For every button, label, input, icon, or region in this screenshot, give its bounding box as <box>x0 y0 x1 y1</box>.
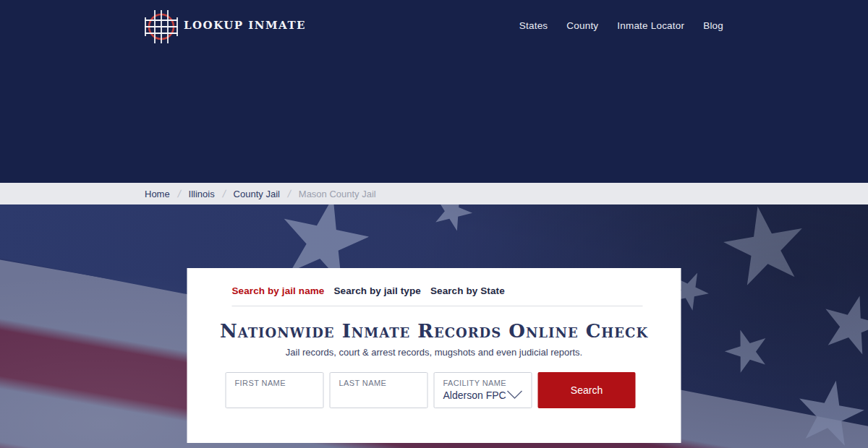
last-name-label: LAST NAME <box>339 379 427 387</box>
brand-logo[interactable]: Lookup Inmate <box>145 7 306 43</box>
last-name-input[interactable] <box>339 387 419 403</box>
page-subtitle: Jail records, court & arrest records, mu… <box>187 347 681 358</box>
tabs-divider <box>232 306 643 306</box>
first-name-label: FIRST NAME <box>235 379 323 387</box>
nav-link-county[interactable]: County <box>566 20 598 31</box>
breadcrumb-county-jail[interactable]: County Jail <box>234 189 280 199</box>
tab-search-by-jail-name[interactable]: Search by jail name <box>232 285 325 296</box>
search-card: Search by jail name Search by jail type … <box>187 268 681 443</box>
facility-name-select[interactable]: FACILITY NAME Alderson FPC <box>434 372 532 408</box>
search-button[interactable]: Search <box>538 372 636 408</box>
breadcrumb-separator: / <box>221 188 226 199</box>
breadcrumb-separator: / <box>286 188 292 199</box>
last-name-field[interactable]: LAST NAME <box>330 372 428 408</box>
first-name-field[interactable]: FIRST NAME <box>226 372 324 408</box>
inmate-search-form: FIRST NAME LAST NAME FACILITY NAME Alder… <box>226 372 681 408</box>
main-nav: States County Inmate Locator Blog <box>519 20 723 31</box>
jail-bars-logo-icon <box>145 7 178 43</box>
tab-search-by-jail-type[interactable]: Search by jail type <box>333 285 420 296</box>
site-header: Lookup Inmate States County Inmate Locat… <box>0 0 868 183</box>
breadcrumb: Home / Illinois / County Jail / Mason Co… <box>145 188 723 199</box>
breadcrumb-current: Mason County Jail <box>299 189 376 199</box>
breadcrumb-illinois[interactable]: Illinois <box>189 189 215 199</box>
facility-name-label: FACILITY NAME <box>443 379 532 387</box>
facility-selected-value: Alderson FPC <box>443 389 506 401</box>
nav-link-blog[interactable]: Blog <box>703 20 723 31</box>
nav-link-states[interactable]: States <box>519 20 548 31</box>
chevron-down-icon <box>507 390 523 399</box>
hero-flag-section: Search by jail name Search by jail type … <box>0 204 868 448</box>
page-title: Nationwide Inmate Records Online Check <box>187 320 681 342</box>
tab-search-by-state[interactable]: Search by State <box>430 285 505 296</box>
brand-name: Lookup Inmate <box>184 19 306 32</box>
breadcrumb-home[interactable]: Home <box>145 189 170 199</box>
search-tabs: Search by jail name Search by jail type … <box>232 285 681 296</box>
first-name-input[interactable] <box>235 387 315 403</box>
nav-link-inmate-locator[interactable]: Inmate Locator <box>617 20 684 31</box>
breadcrumb-separator: / <box>176 188 182 199</box>
breadcrumb-bar: Home / Illinois / County Jail / Mason Co… <box>0 183 868 204</box>
